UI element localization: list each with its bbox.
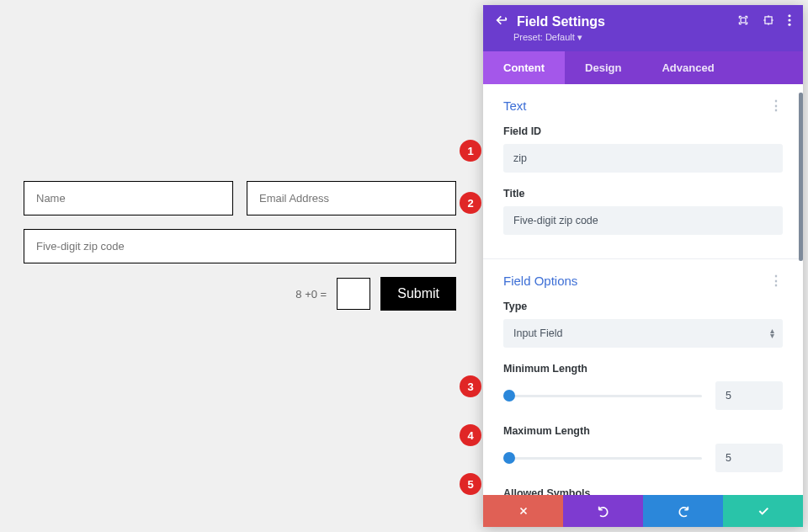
svg-point-4 <box>788 24 790 26</box>
drag-icon[interactable] <box>763 14 774 29</box>
submit-button[interactable]: Submit <box>380 277 456 311</box>
field-options-title: Field Options <box>503 274 577 288</box>
back-icon[interactable] <box>495 13 508 30</box>
scrollbar-thumb[interactable] <box>799 93 803 261</box>
field-id-input[interactable] <box>503 144 783 173</box>
redo-button[interactable] <box>643 495 723 527</box>
settings-panel: Field Settings Preset: Default ▾ Content… <box>483 5 803 527</box>
min-length-value[interactable] <box>715 381 783 410</box>
tab-design[interactable]: Design <box>565 51 641 84</box>
svg-point-3 <box>788 19 790 21</box>
undo-button[interactable] <box>563 495 643 527</box>
min-length-label: Minimum Length <box>503 363 783 375</box>
expand-icon[interactable] <box>737 14 749 29</box>
annotation-marker-5: 5 <box>460 473 481 495</box>
annotation-marker-3: 3 <box>460 375 481 397</box>
captcha-label: 8 +0 = <box>295 288 327 301</box>
field-options-menu-icon[interactable]: ⋮ <box>769 273 783 289</box>
text-section-title: Text <box>503 98 527 113</box>
title-label: Title <box>503 188 783 200</box>
more-icon[interactable] <box>788 14 791 29</box>
max-length-label: Maximum Length <box>503 425 783 437</box>
tab-advanced[interactable]: Advanced <box>641 51 734 84</box>
title-input[interactable] <box>503 206 783 235</box>
text-section-menu-icon[interactable]: ⋮ <box>769 98 783 114</box>
allowed-symbols-label: Allowed Symbols <box>503 487 783 495</box>
svg-point-2 <box>788 14 790 17</box>
tab-spacer <box>735 51 803 84</box>
annotation-marker-4: 4 <box>460 424 481 446</box>
type-label: Type <box>503 301 783 312</box>
text-section: Text ⋮ Field ID Title <box>483 84 803 259</box>
type-select[interactable]: Input Field <box>503 319 783 348</box>
preset-selector[interactable]: Preset: Default ▾ <box>483 32 803 51</box>
svg-rect-0 <box>741 18 746 23</box>
max-length-value[interactable] <box>715 444 783 472</box>
captcha-input[interactable] <box>337 278 370 310</box>
panel-body[interactable]: Text ⋮ Field ID Title Field Options ⋮ Ty… <box>483 84 803 495</box>
svg-rect-1 <box>765 17 772 24</box>
field-id-label: Field ID <box>503 125 783 137</box>
email-field[interactable] <box>247 181 456 215</box>
panel-title: Field Settings <box>517 14 737 29</box>
page-canvas: 8 +0 = Submit <box>0 0 480 532</box>
annotation-marker-2: 2 <box>460 192 481 214</box>
zip-field[interactable] <box>24 229 456 263</box>
max-length-slider[interactable] <box>503 450 702 466</box>
annotation-marker-1: 1 <box>460 140 481 162</box>
min-length-slider[interactable] <box>503 387 702 404</box>
cancel-button[interactable] <box>483 495 563 527</box>
panel-footer <box>483 495 803 527</box>
contact-form: 8 +0 = Submit <box>17 181 463 311</box>
tab-content[interactable]: Content <box>483 51 565 84</box>
save-button[interactable] <box>723 495 803 527</box>
field-options-section: Field Options ⋮ Type Input Field ▴▾ Mini… <box>483 259 803 495</box>
panel-header: Field Settings Preset: Default ▾ Content… <box>483 5 803 84</box>
name-field[interactable] <box>24 181 233 215</box>
tabs: Content Design Advanced <box>483 51 803 84</box>
